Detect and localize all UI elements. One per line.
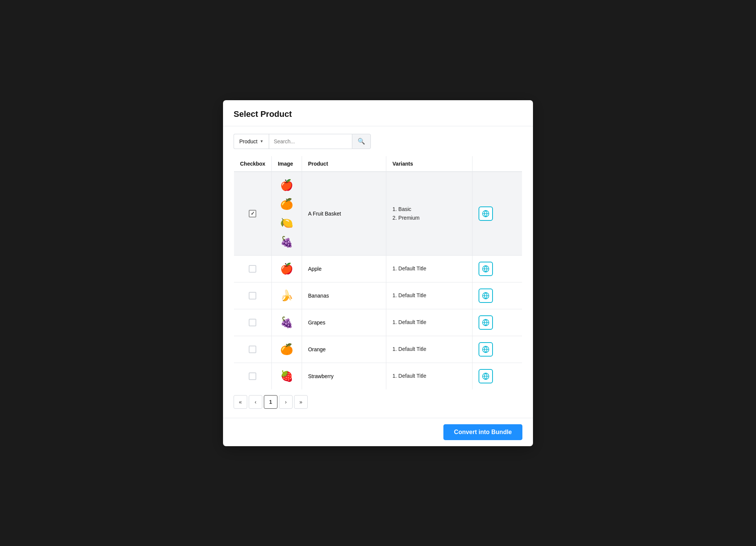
table-row: 🍎🍊🍋🍇A Fruit Basket1. Basic2. Premium [234, 172, 522, 256]
col-checkbox: Checkbox [234, 156, 272, 172]
col-action [472, 156, 522, 172]
table-row: 🍎Apple1. Default Title [234, 255, 522, 282]
product-name: Bananas [302, 282, 386, 309]
search-row: Product ▼ 🔍 [234, 134, 522, 149]
product-name: Apple [302, 255, 386, 282]
select-product-modal: Select Product Product ▼ 🔍 Checkbox [223, 100, 533, 446]
products-table: Checkbox Image Product Variants 🍎🍊🍋🍇A Fr… [234, 156, 522, 390]
table-row: 🍇Grapes1. Default Title [234, 309, 522, 336]
filter-dropdown[interactable]: Product ▼ [234, 134, 269, 149]
modal-title: Select Product [234, 109, 522, 119]
product-variants: 1. Default Title [386, 255, 472, 282]
product-image: 🍇 [278, 313, 296, 332]
globe-button[interactable] [479, 289, 493, 303]
pagination: « ‹ 1 › » [234, 390, 522, 410]
col-product: Product [302, 156, 386, 172]
table-row: 🍌Bananas1. Default Title [234, 282, 522, 309]
modal-header: Select Product [223, 100, 533, 126]
product-variants: 1. Basic2. Premium [386, 172, 472, 256]
col-image: Image [271, 156, 302, 172]
product-image: 🍌 [278, 286, 296, 305]
row-checkbox[interactable] [249, 210, 256, 217]
page-prev-button[interactable]: ‹ [249, 395, 262, 409]
product-image: 🍊 [278, 340, 296, 359]
modal-body: Product ▼ 🔍 Checkbox Image Product Varia… [223, 126, 533, 418]
product-name: Grapes [302, 309, 386, 336]
page-last-button[interactable]: » [294, 395, 308, 409]
globe-button[interactable] [479, 342, 493, 357]
globe-button[interactable] [479, 206, 493, 221]
chevron-down-icon: ▼ [260, 139, 263, 143]
row-checkbox[interactable] [249, 319, 256, 326]
product-name: Strawberry [302, 363, 386, 389]
globe-button[interactable] [479, 262, 493, 276]
product-name: Orange [302, 336, 386, 363]
row-checkbox[interactable] [249, 346, 256, 353]
col-variants: Variants [386, 156, 472, 172]
page-current-button[interactable]: 1 [264, 395, 277, 409]
page-first-button[interactable]: « [234, 395, 247, 409]
globe-button[interactable] [479, 315, 493, 330]
product-variants: 1. Default Title [386, 282, 472, 309]
row-checkbox[interactable] [249, 265, 256, 273]
product-image: 🍎🍊🍋🍇 [278, 176, 296, 251]
table-header-row: Checkbox Image Product Variants [234, 156, 522, 172]
table-row: 🍓Strawberry1. Default Title [234, 363, 522, 389]
product-variants: 1. Default Title [386, 309, 472, 336]
row-checkbox[interactable] [249, 292, 256, 299]
modal-backdrop: Select Product Product ▼ 🔍 Checkbox [0, 0, 756, 546]
table-row: 🍊Orange1. Default Title [234, 336, 522, 363]
product-image: 🍎 [278, 259, 296, 278]
search-button[interactable]: 🔍 [352, 134, 371, 149]
filter-label: Product [239, 138, 257, 144]
modal-footer: Convert into Bundle [223, 418, 533, 446]
search-icon: 🔍 [358, 138, 365, 145]
product-variants: 1. Default Title [386, 363, 472, 389]
search-input[interactable] [269, 134, 352, 149]
product-name: A Fruit Basket [302, 172, 386, 256]
row-checkbox[interactable] [249, 372, 256, 380]
product-variants: 1. Default Title [386, 336, 472, 363]
product-image: 🍓 [278, 367, 296, 386]
globe-button[interactable] [479, 369, 493, 383]
page-next-button[interactable]: › [279, 395, 293, 409]
convert-bundle-button[interactable]: Convert into Bundle [443, 424, 522, 440]
